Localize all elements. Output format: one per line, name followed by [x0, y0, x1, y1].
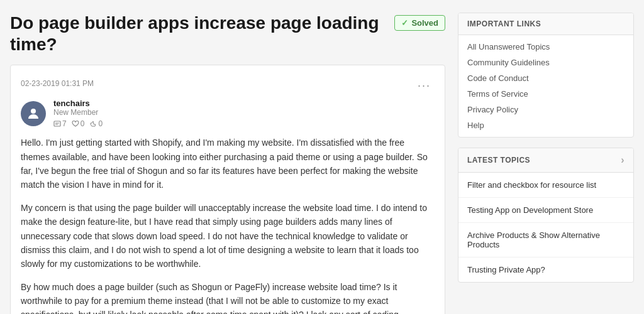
- help-link[interactable]: Help: [458, 117, 633, 133]
- terms-of-service-link[interactable]: Terms of Service: [458, 86, 633, 102]
- question-title: Do page builder apps increase page loadi…: [10, 13, 384, 55]
- community-guidelines-link[interactable]: Community Guidelines: [458, 55, 633, 70]
- chevron-right-icon: ›: [621, 154, 625, 166]
- latest-topics-header: LATEST TOPICS ›: [458, 148, 633, 173]
- main-content: Do page builder apps increase page loadi…: [10, 13, 445, 314]
- list-item: All Unanswered Topics: [458, 39, 633, 55]
- important-links-header: IMPORTANT LINKS: [458, 13, 633, 35]
- privacy-policy-link[interactable]: Privacy Policy: [458, 102, 633, 117]
- post-count: 7: [53, 119, 67, 128]
- post-timestamp: 02-23-2019 01:31 PM: [21, 79, 94, 88]
- avatar: [21, 101, 46, 126]
- author-role: New Member: [53, 108, 103, 117]
- paragraph-2: My concern is that using the page builde…: [21, 201, 435, 271]
- latest-topic-item[interactable]: Archive Products & Show Alternative Prod…: [458, 223, 633, 257]
- solved-check-icon: ✓: [401, 18, 408, 28]
- list-item: Privacy Policy: [458, 102, 633, 117]
- likes-given: 0: [89, 119, 103, 128]
- list-item: Code of Conduct: [458, 70, 633, 86]
- likes-received: 0: [72, 119, 85, 128]
- post-header: 02-23-2019 01:31 PM ...: [21, 75, 435, 91]
- author-info: tenchairs New Member 7 0 0: [21, 99, 435, 128]
- list-item: Community Guidelines: [458, 55, 633, 70]
- latest-topic-item[interactable]: Testing App on Development Store: [458, 198, 633, 223]
- author-details: tenchairs New Member 7 0 0: [53, 99, 103, 128]
- sidebar: IMPORTANT LINKS All Unanswered Topics Co…: [458, 13, 634, 314]
- important-links-list: All Unanswered Topics Community Guidelin…: [458, 35, 633, 137]
- svg-point-0: [31, 109, 36, 114]
- post-body: Hello. I'm just getting started with Sho…: [21, 136, 435, 314]
- more-options-button[interactable]: ...: [414, 75, 435, 91]
- solved-badge: ✓ Solved: [394, 15, 445, 31]
- latest-topics-list: Filter and checkbox for resource list Te…: [458, 173, 633, 282]
- code-of-conduct-link[interactable]: Code of Conduct: [458, 70, 633, 86]
- latest-topic-item[interactable]: Filter and checkbox for resource list: [458, 173, 633, 198]
- latest-topics-section: LATEST TOPICS › Filter and checkbox for …: [458, 148, 634, 283]
- paragraph-1: Hello. I'm just getting started with Sho…: [21, 136, 435, 192]
- post-card: 02-23-2019 01:31 PM ... tenchairs New Me…: [10, 65, 445, 314]
- paragraph-3: By how much does a page builder (such as…: [21, 280, 435, 314]
- list-item: Terms of Service: [458, 86, 633, 102]
- important-links-section: IMPORTANT LINKS All Unanswered Topics Co…: [458, 13, 634, 138]
- latest-topic-item[interactable]: Trusting Private App?: [458, 257, 633, 282]
- author-name: tenchairs: [53, 99, 103, 108]
- author-stats: 7 0 0: [53, 119, 103, 128]
- solved-label: Solved: [411, 18, 438, 28]
- svg-rect-1: [54, 121, 60, 126]
- list-item: Help: [458, 117, 633, 133]
- all-unanswered-topics-link[interactable]: All Unanswered Topics: [458, 39, 633, 55]
- question-title-row: Do page builder apps increase page loadi…: [10, 13, 445, 55]
